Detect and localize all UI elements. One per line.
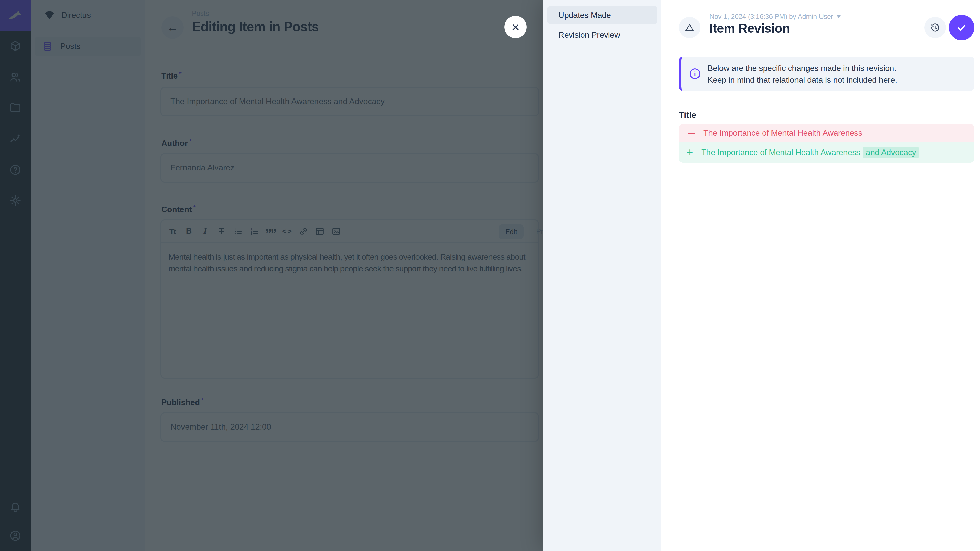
minus-icon <box>688 132 695 134</box>
revision-drawer: Updates Made Revision Preview Nov 1, 202… <box>543 0 980 551</box>
drawer-title: Item Revision <box>710 21 790 36</box>
chevron-down-icon <box>837 15 841 18</box>
diff-added-text: The Importance of Mental Health Awarenes… <box>701 148 860 157</box>
diff-block: The Importance of Mental Health Awarenes… <box>679 124 974 163</box>
diff-removed-text: The Importance of Mental Health Awarenes… <box>703 129 862 138</box>
revision-meta-text: Nov 1, 2024 (3:16:36 PM) by Admin User <box>710 13 833 21</box>
diff-removed-row: The Importance of Mental Health Awarenes… <box>679 124 974 142</box>
revision-notice: Below are the specific changes made in t… <box>679 57 974 91</box>
drawer-panel: Nov 1, 2024 (3:16:36 PM) by Admin User I… <box>662 0 980 551</box>
history-icon[interactable] <box>924 17 946 38</box>
drawer-tab-revision-preview[interactable]: Revision Preview <box>547 26 657 44</box>
diff-section-title: Title <box>679 110 696 121</box>
check-icon[interactable] <box>949 15 974 40</box>
drawer-tab-updates-made[interactable]: Updates Made <box>547 6 657 24</box>
diff-added-highlight: and Advocacy <box>863 147 919 158</box>
change-triangle-icon[interactable] <box>679 17 700 38</box>
diff-added-row: The Importance of Mental Health Awarenes… <box>679 142 974 163</box>
directus-app: Directus Posts Posts Editing Item in Pos… <box>0 0 980 551</box>
drawer-sidebar: Updates Made Revision Preview <box>543 0 662 551</box>
notice-line-2: Keep in mind that relational data is not… <box>708 74 897 86</box>
plus-icon <box>687 147 695 158</box>
info-icon <box>690 68 700 79</box>
close-icon[interactable] <box>504 16 527 38</box>
notice-line-1: Below are the specific changes made in t… <box>708 62 897 74</box>
notice-text: Below are the specific changes made in t… <box>708 57 897 91</box>
revision-meta[interactable]: Nov 1, 2024 (3:16:36 PM) by Admin User <box>710 13 841 21</box>
